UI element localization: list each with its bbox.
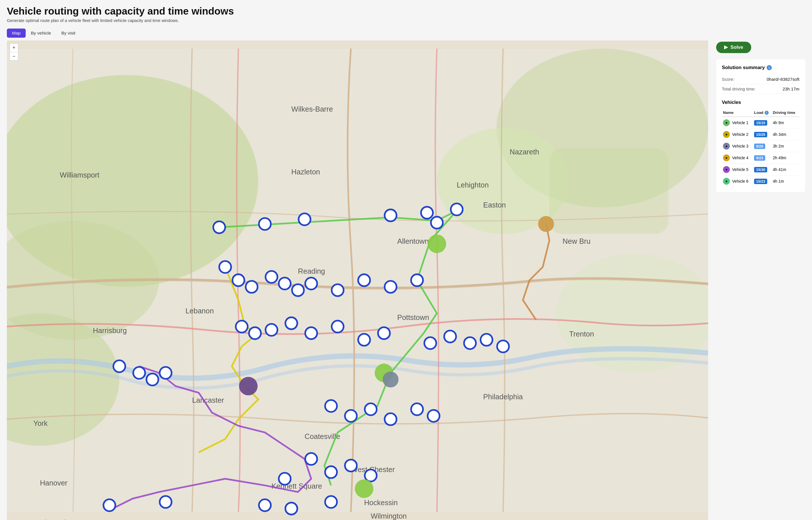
svg-point-48 — [411, 274, 423, 286]
vehicle-icon: ● — [723, 166, 730, 173]
vehicle-icon: ● — [723, 178, 730, 185]
svg-point-86 — [146, 373, 158, 386]
vehicles-section: Vehicles Name Load i — [722, 100, 800, 187]
solve-button-label: Solve — [730, 45, 743, 50]
vehicle-row-4[interactable]: ● Vehicle 4 9/23 2h 49m — [722, 152, 800, 164]
svg-point-74 — [285, 502, 297, 515]
vehicle-row-1[interactable]: ● Vehicle 1 15/15 4h 9m — [722, 117, 800, 129]
svg-text:York: York — [33, 419, 48, 427]
svg-point-87 — [160, 367, 172, 379]
load-info-icon[interactable]: i — [765, 111, 768, 115]
score-label: Score: — [722, 77, 734, 82]
svg-point-69 — [325, 466, 337, 478]
vehicle-driving-time-cell: 4h 1m — [772, 176, 800, 187]
svg-point-46 — [358, 274, 370, 286]
vehicle-row-5[interactable]: ● Vehicle 5 15/30 4h 41m — [722, 164, 800, 176]
vehicle-name-cell: ● Vehicle 1 — [722, 117, 753, 129]
vehicle-row-6[interactable]: ● Vehicle 6 15/23 4h 1m — [722, 176, 800, 187]
svg-point-83 — [538, 216, 554, 232]
svg-point-67 — [428, 410, 440, 422]
svg-point-59 — [464, 337, 476, 349]
svg-point-54 — [332, 321, 344, 333]
zoom-out-button[interactable]: − — [10, 52, 18, 60]
svg-point-72 — [279, 473, 291, 485]
svg-point-80 — [355, 479, 374, 498]
vehicle-name-text: Vehicle 4 — [732, 156, 748, 160]
svg-point-78 — [428, 235, 446, 253]
svg-text:Lebanon: Lebanon — [186, 307, 214, 315]
map-zoom-controls: + − — [10, 43, 18, 60]
load-badge: 15/15 — [754, 120, 767, 126]
page-header: Vehicle routing with capacity and time w… — [7, 5, 805, 23]
svg-point-60 — [481, 334, 492, 346]
zoom-in-button[interactable]: + — [10, 43, 18, 52]
vehicle-row-2[interactable]: ● Vehicle 2 15/25 4h 34m — [722, 129, 800, 140]
svg-point-71 — [365, 469, 377, 482]
vehicles-title: Vehicles — [722, 100, 800, 105]
summary-title-text: Solution summary — [722, 64, 765, 71]
svg-point-56 — [378, 327, 390, 339]
svg-point-47 — [385, 281, 397, 293]
svg-point-32 — [259, 218, 271, 230]
vehicle-load-cell: 9/26 — [753, 140, 772, 152]
tab-by-visit[interactable]: By visit — [56, 29, 80, 38]
map-svg: Williamsport Wilkes-Barre Hazleton Lehig… — [7, 41, 708, 520]
svg-point-53 — [305, 327, 317, 339]
svg-point-82 — [383, 371, 399, 388]
vehicle-load-cell: 15/30 — [753, 164, 772, 176]
play-icon — [724, 45, 728, 49]
vehicle-name-text: Vehicle 1 — [732, 121, 748, 125]
svg-point-34 — [385, 209, 397, 222]
svg-point-81 — [239, 377, 258, 395]
vehicles-table: Name Load i Driving time — [722, 109, 800, 187]
svg-point-68 — [305, 453, 317, 465]
vehicle-driving-time-cell: 4h 9m — [772, 117, 800, 129]
svg-text:Williamsport: Williamsport — [60, 171, 100, 179]
vehicle-load-cell: 15/15 — [753, 117, 772, 129]
vehicle-load-cell: 9/23 — [753, 152, 772, 164]
vehicle-load-cell: 15/23 — [753, 176, 772, 187]
svg-point-44 — [305, 278, 317, 290]
svg-point-35 — [421, 207, 433, 219]
svg-point-52 — [285, 317, 297, 329]
svg-rect-5 — [549, 148, 668, 234]
svg-point-50 — [249, 327, 261, 339]
load-badge: 15/23 — [754, 179, 767, 184]
tab-bar: Map By vehicle By visit — [7, 29, 805, 38]
svg-point-7 — [556, 254, 708, 373]
load-badge: 15/30 — [754, 167, 767, 173]
tab-by-vehicle[interactable]: By vehicle — [26, 29, 56, 38]
vehicle-driving-time-cell: 4h 34m — [772, 129, 800, 140]
vehicle-load-cell: 15/25 — [753, 129, 772, 140]
svg-point-57 — [424, 337, 436, 349]
vehicle-icon: ● — [723, 154, 730, 161]
load-badge: 9/26 — [754, 144, 765, 149]
th-name: Name — [722, 109, 753, 117]
vehicle-driving-time-cell: 3h 2m — [772, 140, 800, 152]
svg-point-38 — [219, 261, 231, 273]
solve-button[interactable]: Solve — [716, 42, 751, 53]
driving-time-row: Total driving time: 23h 17m — [722, 84, 800, 94]
svg-text:Harrisburg: Harrisburg — [93, 327, 127, 335]
svg-text:Reading: Reading — [298, 267, 325, 275]
svg-point-64 — [365, 403, 377, 415]
vehicle-name-text: Vehicle 6 — [732, 179, 748, 183]
info-icon[interactable]: i — [767, 65, 772, 70]
svg-point-40 — [246, 281, 258, 293]
svg-point-73 — [259, 499, 271, 512]
svg-text:Hockessin: Hockessin — [364, 499, 398, 507]
svg-point-41 — [266, 271, 278, 283]
vehicle-name-cell: ● Vehicle 5 — [722, 164, 753, 176]
vehicle-row-3[interactable]: ● Vehicle 3 9/26 3h 2m — [722, 140, 800, 152]
map-container[interactable]: Williamsport Wilkes-Barre Hazleton Lehig… — [7, 41, 708, 520]
svg-point-42 — [279, 278, 291, 290]
svg-point-77 — [160, 496, 172, 508]
svg-point-43 — [292, 284, 304, 296]
svg-point-55 — [358, 334, 370, 346]
sidebar: Solve Solution summary i Score: 0hard/-8… — [708, 41, 805, 520]
th-load: Load i — [753, 109, 772, 117]
tab-map[interactable]: Map — [7, 29, 26, 38]
svg-text:Easton: Easton — [483, 201, 506, 209]
main-content: Williamsport Wilkes-Barre Hazleton Lehig… — [7, 41, 805, 520]
vehicle-icon: ● — [723, 143, 730, 150]
